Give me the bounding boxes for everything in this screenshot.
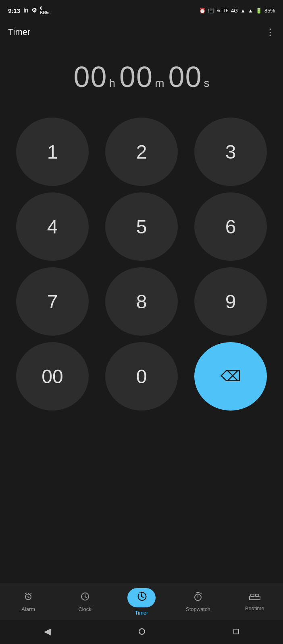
battery-icon: 🔋 <box>256 8 262 14</box>
status-time: 9:13 <box>8 7 20 14</box>
hours-digits: 00 <box>73 60 107 93</box>
back-button[interactable]: ◀ <box>44 626 51 637</box>
vibrate-icon: 📳 <box>208 8 214 14</box>
numpad-0[interactable]: 0 <box>105 342 178 411</box>
linkedin-icon: in <box>23 7 28 14</box>
numpad-row-3: 7 8 9 <box>16 267 267 336</box>
alarm-nav-label: Alarm <box>21 606 35 612</box>
hours-display: 00 h <box>73 60 115 93</box>
numpad-row-1: 1 2 3 <box>16 118 267 186</box>
alarm-nav-icon <box>23 592 33 604</box>
network-icon: 4G <box>231 8 238 14</box>
minutes-display: 00 m <box>119 60 164 93</box>
more-options-button[interactable]: ⋮ <box>266 27 275 37</box>
page-title: Timer <box>8 27 30 37</box>
svg-rect-4 <box>251 594 254 597</box>
clock-nav-icon <box>80 592 90 604</box>
numpad-6[interactable]: 6 <box>194 192 267 261</box>
seconds-digits: 00 <box>169 60 202 93</box>
clock-nav-label: Clock <box>78 606 92 612</box>
battery-percent: 85% <box>264 8 275 14</box>
stopwatch-nav-label: Stopwatch <box>186 606 210 612</box>
numpad-5[interactable]: 5 <box>105 192 178 261</box>
kb-icon: 0KB/s <box>40 6 49 15</box>
numpad-00[interactable]: 00 <box>16 342 89 411</box>
bottom-nav: Alarm Clock Timer <box>0 583 283 620</box>
numpad-2[interactable]: 2 <box>105 118 178 186</box>
nav-bedtime[interactable]: Bedtime <box>239 592 271 611</box>
bedtime-nav-icon <box>249 592 260 603</box>
status-right: ⏰ 📳 VoLTE 4G ▲ ▲ 🔋 85% <box>199 8 275 14</box>
minutes-label: m <box>155 77 164 90</box>
nav-clock[interactable]: Clock <box>69 592 101 612</box>
numpad-row-4: 00 0 ⌫ <box>16 342 267 411</box>
numpad: 1 2 3 4 5 6 7 8 9 00 0 ⌫ <box>0 118 283 497</box>
recents-button[interactable] <box>233 629 239 634</box>
alarm-status-icon: ⏰ <box>199 8 206 14</box>
hours-label: h <box>109 77 116 90</box>
numpad-1[interactable]: 1 <box>16 118 89 186</box>
timer-nav-label: Timer <box>135 610 148 616</box>
numpad-9[interactable]: 9 <box>194 267 267 336</box>
numpad-4[interactable]: 4 <box>16 192 89 261</box>
numpad-8[interactable]: 8 <box>105 267 178 336</box>
minutes-digits: 00 <box>119 60 153 93</box>
nav-timer[interactable]: Timer <box>125 588 158 616</box>
signal2-icon: ▲ <box>248 8 253 14</box>
stopwatch-nav-icon <box>193 592 203 604</box>
numpad-7[interactable]: 7 <box>16 267 89 336</box>
backspace-button[interactable]: ⌫ <box>194 342 267 411</box>
settings-icon: ⚙ <box>31 7 37 14</box>
status-left: 9:13 in ⚙ 0KB/s <box>8 6 49 15</box>
signal-icon: ▲ <box>240 8 246 14</box>
top-bar: Timer ⋮ <box>0 20 283 44</box>
nav-stopwatch[interactable]: Stopwatch <box>182 592 214 612</box>
backspace-icon: ⌫ <box>221 368 241 385</box>
timer-pill <box>127 588 156 607</box>
home-button[interactable] <box>139 628 145 635</box>
volte-icon: VoLTE <box>217 8 229 13</box>
status-bar: 9:13 in ⚙ 0KB/s ⏰ 📳 VoLTE 4G ▲ ▲ 🔋 85% <box>0 0 283 20</box>
timer-nav-icon <box>136 591 147 604</box>
system-nav: ◀ <box>0 620 283 644</box>
seconds-label: s <box>204 77 210 90</box>
seconds-display: 00 s <box>169 60 210 93</box>
numpad-row-2: 4 5 6 <box>16 192 267 261</box>
numpad-3[interactable]: 3 <box>194 118 267 186</box>
nav-alarm[interactable]: Alarm <box>12 592 44 612</box>
bedtime-nav-label: Bedtime <box>245 605 264 611</box>
timer-display: 00 h 00 m 00 s <box>0 44 283 118</box>
svg-rect-5 <box>256 594 259 597</box>
